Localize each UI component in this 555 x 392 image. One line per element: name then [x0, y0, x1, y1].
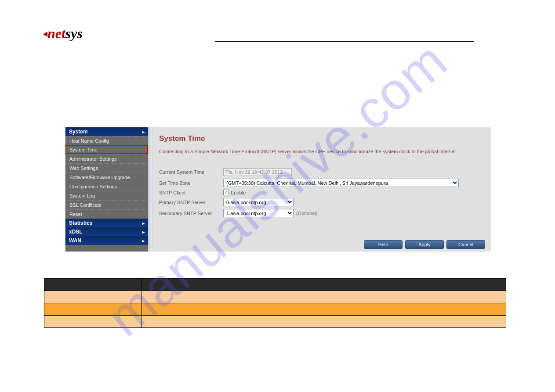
sidebar-item-administrator-settings[interactable]: Administrator Settings [65, 154, 148, 163]
logo-right: sys [65, 25, 83, 41]
sidebar-section-wan[interactable]: WAN ▸ [65, 236, 148, 245]
sntp-enable-label: Enable [231, 190, 246, 195]
section-label: System [69, 129, 88, 135]
chevron-right-icon: ▸ [142, 238, 145, 243]
chevron-right-icon: ▸ [142, 230, 145, 234]
screenshot-region: System ▸ Host Name Config System Time Ad… [65, 127, 491, 252]
sidebar-item-system-time[interactable]: System Time [65, 145, 148, 154]
table-cell [44, 303, 142, 315]
secondary-sntp-select[interactable]: 1.asia.pool.ntp.org [223, 209, 294, 217]
label-secondary-sntp: Secondary SNTP Server [159, 211, 223, 216]
primary-sntp-select[interactable]: 0.asia.pool.ntp.org [223, 198, 294, 206]
cancel-button[interactable]: Cancel [446, 240, 485, 249]
page-description: Connecting to a Simple Network Time Prot… [159, 148, 485, 155]
sidebar-item-host-name-config[interactable]: Host Name Config [65, 136, 148, 145]
main-panel: System Time Connecting to a Simple Netwo… [153, 127, 491, 252]
sidebar-item-reset[interactable]: Reset [65, 209, 148, 219]
table-row [44, 315, 506, 327]
table-header-row [44, 278, 506, 291]
button-bar: Help Apply Cancel [364, 240, 485, 249]
logo-left: net [47, 25, 65, 41]
timezone-select[interactable]: (GMT+05:30) Calcutta, Chennai, Mumbai, N… [223, 179, 459, 187]
label-current-time: Current System Time [159, 169, 223, 175]
optional-label: (Optional) [296, 211, 317, 216]
chevron-right-icon: ▸ [142, 129, 145, 134]
vertical-separator [148, 127, 153, 252]
current-time-display [223, 168, 292, 176]
sidebar-section-statistics[interactable]: Statistics ▸ [65, 219, 148, 227]
table-cell [44, 315, 142, 327]
chevron-right-icon: ▸ [142, 221, 145, 226]
logo-accent [43, 32, 47, 37]
label-sntp-client: SNTP Client [159, 190, 223, 195]
table-row [44, 291, 506, 303]
section-label: Statistics [69, 220, 92, 226]
label-primary-sntp: Primary SNTP Server [159, 200, 223, 205]
sidebar-section-system[interactable]: System ▸ [65, 127, 148, 136]
table-cell [44, 291, 142, 303]
table-header-cell [44, 278, 142, 291]
sidebar-item-system-log[interactable]: System Log [65, 191, 148, 200]
help-button[interactable]: Help [364, 240, 403, 249]
label-timezone: Set Time Zone [159, 180, 223, 186]
table-row [44, 303, 506, 315]
header-underline [215, 41, 474, 42]
section-label: xDSL [69, 229, 83, 235]
sidebar-section-xdsl[interactable]: xDSL ▸ [65, 227, 148, 236]
sidebar-item-software-firmware-upgrade[interactable]: Software/Firmware Upgrade [65, 173, 148, 182]
sntp-enable-checkbox[interactable]: ✓ [223, 190, 229, 195]
doc-table [44, 278, 506, 328]
apply-button[interactable]: Apply [405, 240, 444, 249]
logo: netsys [47, 25, 83, 42]
table-cell [142, 303, 506, 315]
page-title: System Time [159, 134, 485, 143]
table-cell [142, 291, 506, 303]
sidebar: System ▸ Host Name Config System Time Ad… [65, 127, 148, 252]
table-cell [142, 315, 506, 327]
section-label: WAN [69, 237, 81, 244]
sidebar-item-configuration-settings[interactable]: Configuration Settings [65, 182, 148, 191]
sidebar-item-web-settings[interactable]: Web Settings [65, 163, 148, 173]
sidebar-item-ssl-certificate[interactable]: SSL Certificate [65, 200, 148, 209]
table-header-cell [142, 278, 506, 291]
